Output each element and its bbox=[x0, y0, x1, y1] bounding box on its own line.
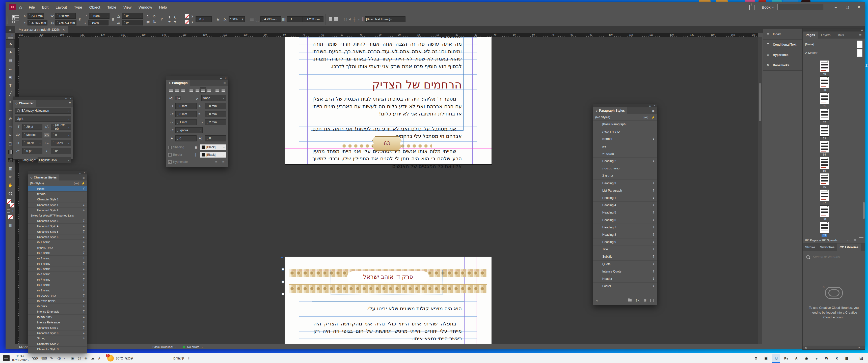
taskbar-app-outlook[interactable]: O bbox=[752, 354, 760, 362]
font-family-dropdown[interactable]: BA Arzey Halevanon⌄ bbox=[15, 108, 71, 114]
fill-swatch-none[interactable] bbox=[184, 20, 189, 25]
paragraph-style-row[interactable]: Heading 8 ↧ bbox=[593, 231, 657, 238]
dropcap-lines-field[interactable]: ⌃⌄0 bbox=[175, 135, 196, 141]
character-style-row[interactable]: Unnamed Style 2 ↧ bbox=[28, 208, 87, 213]
page-entry[interactable]: A 56 bbox=[817, 173, 832, 189]
character-style-row[interactable]: סוגריים bbox=[28, 192, 87, 197]
paragraph-style-row[interactable]: [Basic Paragraph] bbox=[593, 121, 657, 128]
baseline-shift-field[interactable]: ⌃⌄0 pt bbox=[22, 148, 42, 154]
character-style-row[interactable]: Character Style 2 bbox=[28, 341, 87, 346]
document-page-next[interactable]: פרק ד' אוהב ישראל ∞ הוא היה מוציא קולות … bbox=[285, 257, 492, 344]
menu-item[interactable]: Table bbox=[107, 5, 116, 9]
rotation-angle-field[interactable]: ⌃⌄0°⌄ bbox=[122, 13, 143, 19]
paragraph-style-row[interactable]: Heading 4 ↧ bbox=[593, 202, 657, 209]
home-icon[interactable]: ⌂ bbox=[19, 4, 22, 10]
character-style-row[interactable]: ציטוט חזק תו ↧ bbox=[28, 315, 87, 320]
taskbar-app-excel[interactable]: X bbox=[833, 354, 841, 362]
x-position-field[interactable]: ⌃⌄23.1 mm bbox=[28, 13, 44, 19]
menu-item[interactable]: Layout bbox=[56, 5, 67, 9]
paragraph-style-row[interactable]: כותרת משנית bbox=[593, 165, 657, 172]
page-thumbnail[interactable]: A bbox=[820, 61, 829, 72]
maximize-button[interactable]: ▢ bbox=[841, 2, 853, 12]
paragraph-style-row[interactable]: Heading 6 ↧ bbox=[593, 216, 657, 224]
link-scale-icon[interactable]: 8 bbox=[112, 17, 114, 22]
panel-menu-icon[interactable]: ≣ bbox=[650, 107, 657, 114]
story-text[interactable]: הוא היה מוציא קולות משונים שלא יביטו עלי… bbox=[313, 305, 462, 344]
zoom-tool[interactable] bbox=[6, 189, 14, 198]
close-button[interactable]: ✕ bbox=[853, 2, 865, 12]
tracking-field[interactable]: ⌃⌄0⌄ bbox=[51, 132, 71, 138]
page-entry[interactable]: A 54 bbox=[817, 141, 832, 156]
vertical-scrollbar[interactable] bbox=[758, 37, 762, 344]
menu-item[interactable]: Type bbox=[74, 5, 82, 9]
page-thumbnail[interactable]: A bbox=[820, 157, 829, 169]
vertical-justify-icon[interactable] bbox=[250, 18, 254, 21]
direct-selection-tool[interactable]: ➤ bbox=[6, 48, 14, 56]
tab-paragraph[interactable]: ◇Paragraph bbox=[166, 80, 190, 86]
object-style-dropdown[interactable]: [Basic Text Frame]+ bbox=[365, 16, 405, 22]
selection-tool[interactable]: ➤ bbox=[6, 40, 14, 48]
stock-search-input[interactable] bbox=[777, 4, 824, 10]
pages-panel-tab[interactable]: Links bbox=[833, 32, 847, 39]
selection-handle[interactable] bbox=[282, 280, 284, 283]
show-hidden-icons-chevron[interactable]: ∧ bbox=[98, 356, 101, 361]
close-panel-icon[interactable]: ✕ bbox=[653, 105, 655, 107]
page-entry[interactable]: A 52 bbox=[817, 109, 832, 124]
pages-list[interactable]: A 49 A 50 A 51 A 52 bbox=[803, 59, 865, 237]
frame-fitting-icon[interactable]: ⛶ bbox=[344, 17, 347, 22]
taskbar-app-store[interactable]: ▦ bbox=[843, 354, 851, 362]
text-frame-options-icon[interactable]: ⿳ bbox=[256, 16, 259, 22]
corner-options-icon[interactable]: ◱. bbox=[217, 17, 221, 22]
horizontal-ruler[interactable]: 2102001901801701601501401301201101009080… bbox=[15, 33, 758, 37]
last-line-indent-field[interactable]: ⌃⌄0 mm bbox=[205, 111, 226, 117]
paragraph-options-icon[interactable]: ≣ bbox=[214, 160, 219, 164]
delete-page-icon[interactable] bbox=[860, 238, 863, 242]
paragraph-style-row[interactable]: Normal ↧ bbox=[593, 135, 657, 143]
panel-drag-handle[interactable] bbox=[6, 15, 8, 24]
master-page-thumbnail[interactable] bbox=[857, 41, 863, 48]
selection-handle[interactable] bbox=[282, 268, 284, 270]
close-panel-icon[interactable]: ✕ bbox=[84, 172, 86, 174]
gap-tool[interactable]: ↔ bbox=[6, 65, 14, 73]
justify-last-right-button[interactable] bbox=[200, 88, 206, 93]
right-indent-field[interactable]: ⌃⌄0 mm bbox=[175, 103, 196, 109]
language-indicator[interactable]: עבר bbox=[32, 357, 38, 360]
paragraph-style-row[interactable]: Heading 5 ↧ bbox=[593, 209, 657, 216]
document-tab[interactable]: *הרב אברהם חי.indd @ 132% ✕ bbox=[15, 26, 68, 33]
master-page-thumbnail[interactable] bbox=[857, 49, 863, 57]
page-thumbnail[interactable]: A bbox=[820, 109, 829, 120]
flip-horizontal-icon[interactable]: ⇄ bbox=[146, 20, 150, 24]
paragraph-style-row[interactable]: Subtitle ↧ bbox=[593, 253, 657, 260]
note-tool[interactable]: ▥ bbox=[6, 164, 14, 173]
inset-spacing-field[interactable]: ⌃⌄4.233 mm bbox=[260, 16, 281, 22]
character-style-row[interactable]: Strong ↧ bbox=[28, 336, 87, 341]
justify-last-left-button[interactable] bbox=[188, 88, 194, 93]
formatting-text-icon[interactable]: T bbox=[12, 209, 13, 212]
menu-item[interactable]: File bbox=[29, 5, 35, 9]
preflight-status[interactable]: No errors⌄ bbox=[183, 345, 203, 349]
flip-vertical-icon[interactable]: ⇅ bbox=[153, 20, 156, 24]
page-number-ornament[interactable]: 63 bbox=[341, 136, 432, 154]
page-thumbnail[interactable]: A bbox=[820, 125, 829, 136]
paragraph-style-row[interactable]: Quote ↧ bbox=[593, 261, 657, 268]
panel-menu-icon[interactable]: ≣ bbox=[221, 80, 228, 86]
left-indent-field[interactable]: ⌃⌄0 mm bbox=[205, 103, 226, 109]
horizontal-scale-field[interactable]: ⌃⌄100%⌄ bbox=[51, 140, 71, 146]
paragraph-style-row[interactable]: Heading 3 ↧ bbox=[593, 180, 657, 187]
panel-menu-icon[interactable]: ≣ bbox=[856, 32, 865, 39]
kerning-dropdown[interactable]: ⌃⌄Metrics⌄ bbox=[22, 132, 42, 138]
book-dropdown[interactable]: Book⌄ bbox=[762, 5, 774, 9]
taskbar-app-word[interactable]: W bbox=[823, 354, 831, 362]
screen-mode-button[interactable]: ▥ bbox=[6, 221, 14, 229]
type-tool[interactable]: T bbox=[6, 81, 14, 90]
taskbar-app-chrome[interactable]: ◉ bbox=[802, 354, 810, 362]
toolbar-drag-handle[interactable]: ‖ bbox=[188, 357, 189, 360]
numbered-list-icon[interactable] bbox=[334, 18, 338, 21]
lower-panel-tab[interactable]: Stroke bbox=[803, 243, 817, 251]
preflight-profile-dropdown[interactable]: [Basic] (working)⌄ bbox=[152, 345, 177, 349]
menu-item[interactable]: Help bbox=[159, 5, 167, 9]
display-icon[interactable]: ▭ bbox=[64, 356, 68, 361]
align-right-button[interactable] bbox=[180, 88, 186, 93]
character-style-row[interactable]: Unnamed Style 6 ↧ bbox=[28, 234, 87, 240]
tools-drag-handle[interactable] bbox=[8, 37, 12, 39]
